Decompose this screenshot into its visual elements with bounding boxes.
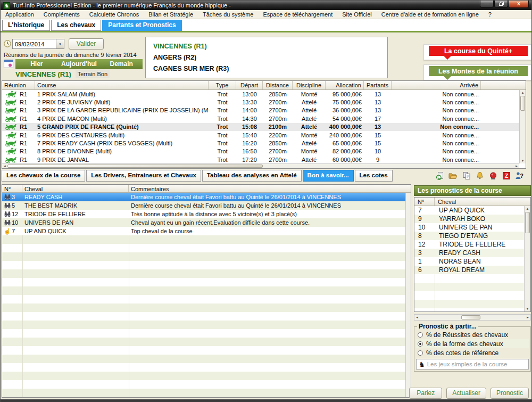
- pronostic-row[interactable]: 12 TRIODE DE FELLIERE: [414, 240, 524, 249]
- race-row[interactable]: R1 4 PRIX DE MACON (Multi) Trot 14:30 27…: [2, 114, 519, 122]
- scroll-thumb[interactable]: [525, 212, 530, 233]
- action-button[interactable]: Pronostic: [491, 388, 529, 399]
- radio-icon[interactable]: [418, 350, 423, 356]
- col-header-distance[interactable]: Distance: [263, 81, 293, 89]
- meeting-item[interactable]: ANGERS (R2): [153, 52, 380, 63]
- col-header-allocation[interactable]: Allocation: [326, 81, 364, 89]
- race-row[interactable]: R1 9 PRIX DE JANVAL Trot 17:20 2700m Att…: [2, 155, 519, 163]
- race-row[interactable]: R1 8 PRIX DE DIVONNE (Multi) Trot 16:50 …: [2, 147, 519, 155]
- race-row[interactable]: R1 3 PRIX DE LA GARDE REPUBLICAINE (PRIX…: [2, 106, 519, 114]
- col-header-cheval[interactable]: Cheval: [435, 198, 530, 206]
- meeting-item[interactable]: CAGNES SUR MER (R3): [153, 63, 380, 75]
- alarm-icon[interactable]: [488, 171, 497, 180]
- action-button[interactable]: Actualiser: [446, 388, 486, 399]
- page-refresh-icon[interactable]: [435, 171, 444, 180]
- main-tab[interactable]: Les chevaux: [51, 20, 101, 31]
- pronostic-row[interactable]: 10 UNIVERS DE PAN: [414, 223, 524, 232]
- main-tab[interactable]: L'historique: [2, 20, 50, 31]
- race-row[interactable]: R1 1 PRIX SALAM (Multi) Trot 13:00 2850m…: [2, 90, 519, 98]
- pronostics-horizontal-scrollbar[interactable]: ◄ ►: [414, 314, 531, 321]
- scroll-right-icon[interactable]: ►: [514, 164, 519, 168]
- menu-item[interactable]: Bilan et Stratégie: [144, 10, 198, 19]
- sub-tab[interactable]: Les cotes: [355, 170, 393, 182]
- jeux-simples-button[interactable]: ♞ Les jeux simples de la course: [416, 359, 529, 370]
- pronostic-row[interactable]: 6 ROYAL DREAM: [414, 266, 524, 274]
- menu-item[interactable]: ?: [484, 10, 496, 19]
- pronostic-option[interactable]: % de Réussites des chevaux: [416, 330, 529, 339]
- valider-button[interactable]: Valider: [69, 38, 104, 50]
- scroll-left-icon[interactable]: ◄: [414, 315, 420, 320]
- pronostic-row[interactable]: 7 UP AND QUICK: [414, 206, 524, 215]
- pronostic-row[interactable]: 3 READY CASH: [414, 249, 524, 257]
- chevron-down-icon[interactable]: ▼: [56, 39, 64, 48]
- horse-row[interactable]: ☝ 7 UP AND QUICK Top cheval de la course: [2, 227, 405, 235]
- menu-item[interactable]: Centre d'aide et de formation en ligne: [377, 10, 484, 19]
- scroll-right-icon[interactable]: ►: [525, 315, 530, 320]
- day-button[interactable]: Aujourd'hui: [58, 59, 101, 69]
- banner-button[interactable]: Les Montes de la réunion: [423, 64, 531, 80]
- col-header-partants[interactable]: Partants: [364, 81, 392, 89]
- col-header-arrivee[interactable]: Arrivée: [392, 81, 481, 89]
- help-icon[interactable]: ?: [515, 171, 524, 180]
- race-row[interactable]: R1 2 PRIX DE JUVIGNY (Multi) Trot 13:30 …: [2, 98, 519, 106]
- radio-icon[interactable]: [418, 341, 423, 347]
- col-header-discipline[interactable]: Discipline: [293, 81, 326, 89]
- day-button[interactable]: Demain: [100, 59, 143, 69]
- scroll-down-icon[interactable]: ▼: [525, 306, 530, 311]
- copy-icon[interactable]: [462, 171, 471, 180]
- scroll-up-icon[interactable]: ▲: [520, 90, 526, 95]
- col-header-depart[interactable]: Départ: [236, 81, 263, 89]
- race-row[interactable]: R1 7 PRIX READY CASH (PRIX DES VOSGES) (…: [2, 139, 519, 147]
- race-vertical-scrollbar[interactable]: ▲ ▼: [519, 90, 526, 163]
- col-header-num[interactable]: N°: [2, 185, 22, 192]
- day-button[interactable]: Hier: [15, 59, 58, 69]
- pronostic-option[interactable]: % de la forme des chevaux: [416, 339, 529, 348]
- scroll-down-icon[interactable]: ▼: [520, 158, 526, 163]
- horse-row[interactable]: ☝ 10 UNIVERS DE PAN Cheval ayant eu un g…: [2, 218, 405, 227]
- calendar-icon[interactable]: [3, 59, 14, 71]
- race-row[interactable]: R1 5 GRAND PRIX DE FRANCE (Quinté) Trot …: [2, 123, 519, 131]
- horse-row[interactable]: ☝ 12 TRIODE DE FELLIERE Très bonne aptit…: [2, 210, 405, 218]
- sub-tab[interactable]: Tableau des analyses en Attelé: [202, 170, 302, 182]
- col-header-cheval[interactable]: Cheval: [22, 185, 129, 192]
- col-header-course[interactable]: Course: [35, 81, 209, 89]
- scroll-thumb[interactable]: [461, 315, 480, 319]
- menu-item[interactable]: Site Officiel: [337, 10, 376, 19]
- radio-icon[interactable]: [418, 332, 423, 338]
- scroll-thumb[interactable]: [520, 96, 525, 111]
- menu-item[interactable]: Calculette Chronos: [85, 10, 144, 19]
- meeting-item[interactable]: VINCENNES (R1): [153, 41, 380, 52]
- main-tab[interactable]: Partants et Pronostics: [102, 20, 181, 31]
- sub-tab[interactable]: Les chevaux de la course: [2, 170, 85, 182]
- date-select[interactable]: 09/02/2014 ▼: [12, 39, 64, 49]
- minimize-button[interactable]: —: [480, 1, 494, 7]
- col-header-reunion[interactable]: Réunion: [2, 81, 35, 89]
- menu-item[interactable]: Espace de téléchargement: [258, 10, 337, 19]
- pronostic-option[interactable]: % des cotes de référence: [416, 348, 529, 357]
- close-button[interactable]: X: [509, 1, 529, 8]
- pronostic-row[interactable]: 8 TIEGO D'ETANG: [414, 232, 524, 240]
- race-horizontal-scrollbar[interactable]: ◄ ►: [2, 163, 519, 168]
- horse-row[interactable]: ☝ 5 THE BEST MADRIK Dernière course chev…: [2, 201, 405, 210]
- menu-item[interactable]: Compléments: [39, 10, 85, 19]
- restore-button[interactable]: [494, 1, 508, 7]
- menu-item[interactable]: Application: [1, 10, 39, 19]
- horses-vertical-scrollbar[interactable]: [405, 193, 411, 397]
- col-header-commentaires[interactable]: Commentaires: [129, 185, 411, 192]
- scroll-left-icon[interactable]: ◄: [2, 164, 7, 168]
- pronostic-row[interactable]: 1 NORAS BEAN: [414, 257, 524, 266]
- pronostics-vertical-scrollbar[interactable]: ▲ ▼: [524, 206, 530, 311]
- col-header-type[interactable]: Type: [209, 81, 236, 89]
- open-folder-icon[interactable]: [448, 171, 458, 180]
- scroll-up-icon[interactable]: ▲: [525, 206, 530, 211]
- sub-tab[interactable]: Les Drivers, Entraineurs et Chevaux: [86, 170, 201, 182]
- menu-item[interactable]: Tâches du système: [198, 10, 258, 19]
- race-row[interactable]: R1 6 PRIX DES CENTAURES (Multi) Trot 15:…: [2, 131, 519, 139]
- z-icon[interactable]: Z: [502, 171, 511, 180]
- sub-tab[interactable]: Bon à savoir...: [303, 170, 354, 182]
- scroll-thumb[interactable]: [7, 165, 263, 168]
- pronostic-row[interactable]: 9 YARRAH BOKO: [414, 215, 524, 223]
- col-header-num[interactable]: N°: [414, 198, 435, 206]
- horse-row[interactable]: ☝ 3 READY CASH Dernière course cheval ét…: [2, 193, 405, 201]
- banner-button[interactable]: La course du Quinté+: [423, 44, 531, 60]
